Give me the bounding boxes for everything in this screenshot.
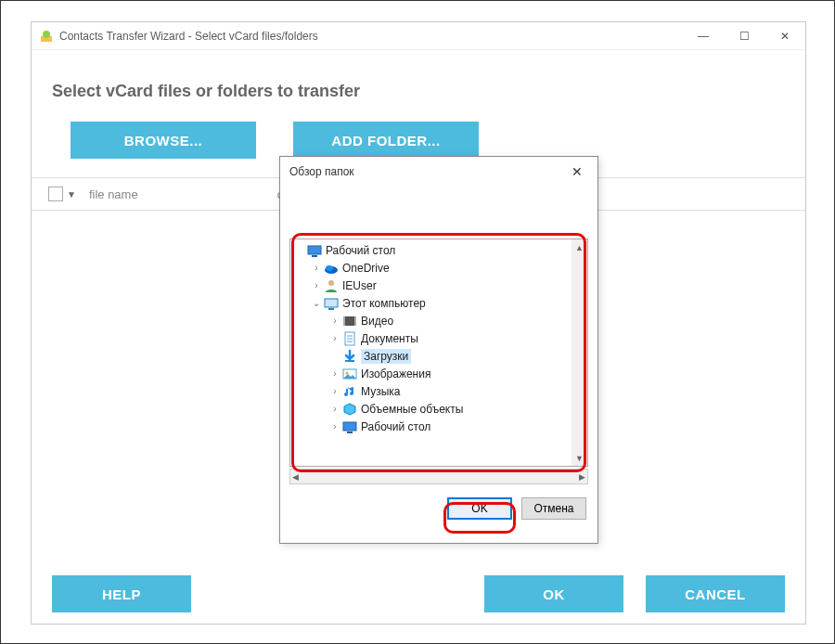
tree-item-label: Изображения <box>361 367 430 380</box>
svg-rect-20 <box>347 431 353 433</box>
tree-item[interactable]: ›OneDrive <box>290 259 572 277</box>
expander-closed-icon[interactable]: › <box>329 368 340 379</box>
svg-rect-16 <box>345 360 354 362</box>
expander-closed-icon[interactable]: › <box>311 280 322 290</box>
expander-closed-icon[interactable]: › <box>329 421 340 431</box>
dialog-title: Обзор папок <box>289 165 354 178</box>
pictures-icon <box>342 367 357 381</box>
svg-rect-7 <box>325 299 338 307</box>
tree-item[interactable]: ›Изображения <box>290 365 572 382</box>
tree-item[interactable]: ›Видео <box>290 312 572 329</box>
add-folder-button[interactable]: ADD FOLDER... <box>293 122 479 159</box>
expander-closed-icon[interactable]: › <box>311 263 322 273</box>
video-icon <box>342 314 357 328</box>
user-icon <box>324 278 339 293</box>
expander-open-icon[interactable]: ⌄ <box>311 298 322 308</box>
ok-button[interactable]: OK <box>484 575 623 612</box>
tree-item[interactable]: ⌄Этот компьютер <box>290 294 572 312</box>
tree-item-label: IEUser <box>342 279 377 292</box>
tree-item[interactable]: ›Объемные объекты <box>290 400 572 418</box>
folder-tree[interactable]: Рабочий стол›OneDrive›IEUser⌄Этот компью… <box>289 238 588 467</box>
tree-item[interactable]: Загрузки <box>290 347 572 365</box>
tree-item-label: Рабочий стол <box>326 244 395 257</box>
svg-rect-8 <box>328 308 334 310</box>
maximize-button[interactable]: ☐ <box>724 22 764 50</box>
titlebar[interactable]: Contacts Transfer Wizard - Select vCard … <box>32 22 805 50</box>
docs-icon <box>342 331 357 346</box>
minimize-button[interactable]: — <box>683 22 724 50</box>
desktop-icon <box>307 243 322 258</box>
svg-point-5 <box>326 265 333 271</box>
tree-item[interactable]: ›Рабочий стол <box>290 418 572 435</box>
window-title: Contacts Transfer Wizard - Select vCard … <box>59 30 318 43</box>
expander-closed-icon[interactable]: › <box>329 386 340 396</box>
svg-point-6 <box>328 280 334 286</box>
browse-button[interactable]: BROWSE... <box>71 122 256 159</box>
tree-item-label: Документы <box>361 332 418 345</box>
expander-closed-icon[interactable]: › <box>329 404 340 414</box>
tree-item-label: OneDrive <box>342 262 390 275</box>
objects-icon <box>342 402 357 417</box>
tree-item[interactable]: ›Документы <box>290 329 572 347</box>
vertical-scrollbar[interactable]: ▲ ▼ <box>572 239 587 466</box>
browse-folder-dialog: Обзор папок ✕ Рабочий стол›OneDrive›IEUs… <box>279 156 598 544</box>
scroll-right-icon[interactable]: ▶ <box>579 472 585 482</box>
tree-item[interactable]: ›Музыка <box>290 382 572 400</box>
pc-icon <box>324 296 339 311</box>
tree-item-label: Загрузки <box>361 349 411 364</box>
tree-item-label: Объемные объекты <box>361 403 463 416</box>
tree-item-label: Музыка <box>361 385 400 398</box>
select-all-checkbox[interactable] <box>48 187 63 201</box>
music-icon <box>342 384 357 399</box>
svg-rect-10 <box>343 316 345 326</box>
dialog-close-icon[interactable]: ✕ <box>566 164 588 179</box>
svg-point-1 <box>43 31 50 38</box>
dialog-titlebar[interactable]: Обзор папок ✕ <box>280 157 597 187</box>
download-icon <box>342 349 357 364</box>
expander-closed-icon[interactable]: › <box>329 316 340 326</box>
scroll-down-icon[interactable]: ▼ <box>572 450 587 466</box>
dialog-cancel-button[interactable]: Отмена <box>521 497 586 520</box>
col-filename[interactable]: file name <box>89 187 138 201</box>
tree-item-label: Этот компьютер <box>342 297 426 310</box>
instruction-text: Select vCard files or folders to transfe… <box>52 82 785 101</box>
close-button[interactable]: ✕ <box>764 22 805 50</box>
help-button[interactable]: HELP <box>52 575 191 612</box>
horizontal-scrollbar[interactable]: ◀ ▶ <box>289 469 588 484</box>
scroll-up-icon[interactable]: ▲ <box>572 239 587 255</box>
expander-closed-icon[interactable]: › <box>329 333 340 343</box>
app-icon <box>39 29 54 44</box>
cancel-button[interactable]: CANCEL <box>646 575 785 612</box>
svg-rect-11 <box>354 316 356 326</box>
svg-rect-19 <box>343 422 356 431</box>
tree-item[interactable]: ›IEUser <box>290 277 572 294</box>
dialog-ok-button[interactable]: OK <box>447 497 512 520</box>
tree-item-label: Рабочий стол <box>361 420 430 433</box>
svg-rect-2 <box>308 246 321 254</box>
svg-rect-3 <box>312 255 317 257</box>
desktop2-icon <box>342 419 357 434</box>
select-all-dropdown-icon[interactable]: ▼ <box>67 189 76 200</box>
svg-rect-9 <box>343 316 356 326</box>
tree-item-label: Видео <box>361 315 393 328</box>
tree-item[interactable]: Рабочий стол <box>290 241 572 259</box>
scroll-left-icon[interactable]: ◀ <box>292 472 299 482</box>
onedrive-icon <box>324 261 339 276</box>
